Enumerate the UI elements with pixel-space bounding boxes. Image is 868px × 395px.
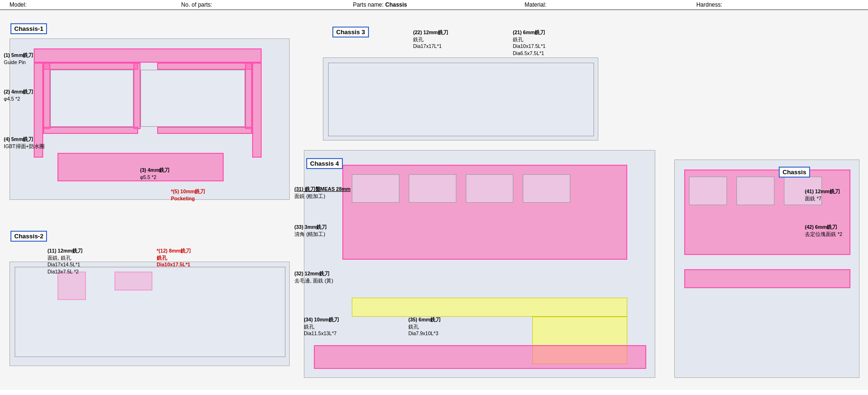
num-parts-label: No. of parts:: [181, 1, 212, 8]
c4-rect2: [409, 174, 456, 203]
chassis1-anno3: (4) 5mm銑刀 IGBT掃面+防水圈: [4, 136, 45, 150]
c2-anno1-title: (11) 12mm銑刀: [47, 247, 83, 254]
c5-anno1-title: (41) 12mm銑刀: [805, 188, 840, 195]
hardness-field: Hardness:: [691, 1, 863, 8]
chassis2-shape: [9, 262, 290, 366]
pink-inner-top1: [43, 63, 138, 70]
chassis1-anno2: (2) 4mm銑刀 φ4.5 *2: [4, 88, 33, 102]
c1-anno5-sub: Pocketing: [171, 195, 205, 202]
chassis4-anno3: (32) 12mm銑刀 去毛邊, 面銑 (黃): [294, 270, 333, 284]
header: Model: No. of parts: Parts name: Chassis…: [0, 0, 868, 10]
c4-anno4-sub: 銑孔Dia11.5x13L*7: [304, 323, 339, 337]
chassis4-anno2: (33) 3mm銑刀 清角 (精加工): [294, 224, 327, 237]
chassis1-anno5: *(5) 10mm銑刀 Pocketing: [171, 188, 205, 202]
chassis4-anno5: (35) 6mm銑刀 銑孔Dia7.9x10L*3: [408, 316, 441, 337]
main-area: Chassis-1 (1) 5mm銑刀 Guide Pin (2) 4mm銑刀 …: [0, 10, 868, 390]
c3-anno2-title: (21) 6mm銑刀: [513, 29, 546, 36]
c3-anno2-sub: 銑孔Dia10x17.5L*1Dia6.5x7.5L*1: [513, 36, 546, 57]
c4-anno5-sub: 銑孔Dia7.9x10L*3: [408, 323, 441, 337]
num-parts-field: No. of parts:: [177, 1, 349, 8]
c2-anno2-sub: 銑孔Dia10x17.5L*1: [157, 254, 191, 268]
pink-inner-bot1: [43, 127, 138, 134]
chassis1-anno4: (3) 4mm銑刀 φ5.5 *2: [140, 167, 170, 180]
c1-anno3-title: (4) 5mm銑刀: [4, 136, 45, 143]
c4-rect1: [352, 174, 399, 203]
parts-name-value: Chassis: [385, 1, 407, 8]
c4-anno2-sub: 清角 (精加工): [294, 231, 327, 238]
part-rect1: [50, 70, 133, 127]
chassis3-anno2: (21) 6mm銑刀 銑孔Dia10x17.5L*1Dia6.5x7.5L*1: [513, 29, 546, 57]
c1-anno1-title: (1) 5mm銑刀: [4, 52, 33, 59]
chassis4-label: Chassis 4: [306, 158, 343, 169]
chassis4-anno1: (31) 銑刀盤MEAS 28mm 面銑 (粗加工): [294, 186, 350, 199]
chassis3-shape: [323, 57, 598, 141]
c4-pink-bottom: [314, 345, 646, 369]
chassis4-shape: [304, 150, 655, 378]
c1-anno2-title: (2) 4mm銑刀: [4, 88, 33, 95]
chassis1-anno1: (1) 5mm銑刀 Guide Pin: [4, 52, 33, 66]
c4-anno1-sub: 面銑 (粗加工): [294, 193, 350, 200]
part-rect2: [141, 70, 245, 127]
c1-anno5-title: *(5) 10mm銑刀: [171, 188, 205, 195]
pink-inner-left1: [43, 63, 50, 129]
chassis2-label: Chassis-2: [10, 231, 47, 242]
c4-yellow-band: [352, 298, 627, 317]
c4-anno3-title: (32) 12mm銑刀: [294, 270, 333, 277]
pink-inner-top2: [157, 63, 252, 70]
c1-anno4-sub: φ5.5 *2: [140, 174, 170, 181]
c1-anno3-sub: IGBT掃面+防水圈: [4, 143, 45, 150]
c5-anno2-sub: 去定位塊面銑 *2: [805, 231, 842, 238]
c3-internal: [328, 63, 594, 136]
c4-rect4: [523, 174, 570, 203]
chassis5-anno1: (41) 12mm銑刀 面銑 *7: [805, 188, 840, 202]
c5-rect1: [689, 177, 727, 205]
c2-anno1-sub: 面銑, 銑孔Dia17x14.5L*1Dia13x7.5L *2: [47, 254, 83, 275]
c4-anno4-title: (34) 10mm銑刀: [304, 316, 339, 323]
c1-anno1-sub: Guide Pin: [4, 59, 33, 66]
chassis3-label: Chassis 3: [332, 27, 369, 38]
parts-name-label: Parts name:: [353, 1, 384, 8]
chassis3-anno1: (22) 12mm銑刀 銑孔Dia17x17L*1: [413, 29, 448, 50]
pink-top-bar: [34, 48, 262, 63]
c4-anno3-sub: 去毛邊, 面銑 (黃): [294, 277, 333, 284]
c4-anno5-title: (35) 6mm銑刀: [408, 316, 441, 323]
c5-anno1-sub: 面銑 *7: [805, 195, 840, 202]
chassis4-anno4: (34) 10mm銑刀 銑孔Dia11.5x13L*7: [304, 316, 339, 337]
model-field: Model:: [5, 1, 177, 8]
material-field: Material:: [520, 1, 692, 8]
c1-anno2-sub: φ4.5 *2: [4, 95, 33, 103]
c5-anno2-title: (42) 6mm銑刀: [805, 224, 842, 231]
c3-anno1-sub: 銑孔Dia17x17L*1: [413, 36, 448, 50]
c3-anno1-title: (22) 12mm銑刀: [413, 29, 448, 36]
pink-inner-mid: [133, 63, 141, 129]
hardness-label: Hardness:: [696, 1, 722, 8]
c4-anno1-title: (31) 銑刀盤MEAS 28mm: [294, 186, 350, 193]
c4-anno2-title: (33) 3mm銑刀: [294, 224, 327, 231]
pink-inner-bot2: [157, 127, 252, 134]
model-label: Model:: [9, 1, 27, 8]
pink-right-bar: [252, 63, 262, 158]
c5-pink-bottom: [684, 269, 850, 288]
c2-internal: [15, 267, 285, 357]
c5-rect2: [736, 177, 774, 205]
chassis2-anno2: *(12) 8mm銑刀 銑孔Dia10x17.5L*1: [157, 247, 191, 268]
c4-rect3: [466, 174, 513, 203]
pink-inner-right1: [245, 63, 252, 129]
c2-anno2-title: *(12) 8mm銑刀: [157, 247, 191, 254]
material-label: Material:: [525, 1, 547, 8]
chassis5-anno2: (42) 6mm銑刀 去定位塊面銑 *2: [805, 224, 842, 237]
c1-anno4-title: (3) 4mm銑刀: [140, 167, 170, 174]
parts-name-field: Parts name: Chassis: [348, 1, 520, 8]
chassis5-label: Chassis: [779, 167, 810, 178]
chassis1-label: Chassis-1: [10, 23, 47, 34]
chassis2-anno1: (11) 12mm銑刀 面銑, 銑孔Dia17x14.5L*1Dia13x7.5…: [47, 247, 83, 275]
